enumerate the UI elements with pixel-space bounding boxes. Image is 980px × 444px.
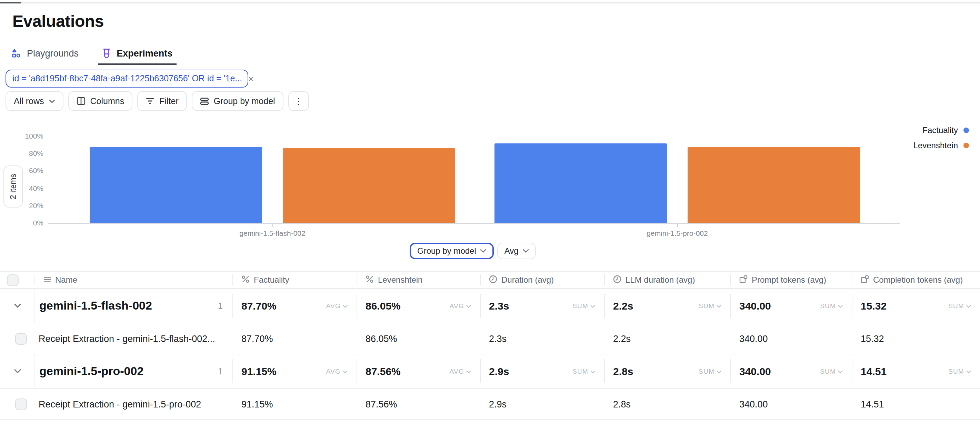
- aggregation-selector[interactable]: AVG: [450, 302, 471, 310]
- legend-dot-orange: [963, 143, 969, 148]
- aggregation-selector[interactable]: SUM: [820, 302, 843, 310]
- metric-value: 86.05%: [356, 333, 480, 344]
- caret-down-icon: [966, 302, 971, 310]
- caret-down-icon: [466, 368, 471, 375]
- metric-value: 340.00: [739, 365, 771, 377]
- metric-value: 2.3s: [489, 300, 509, 312]
- aggregation-select[interactable]: Avg: [498, 243, 536, 259]
- column-header-label: Duration (avg): [501, 275, 554, 285]
- aggregation-selector[interactable]: AVG: [326, 302, 348, 310]
- column-header-duration-avg-[interactable]: Duration (avg): [480, 272, 604, 288]
- y-axis-tick-label: 60%: [9, 167, 43, 175]
- caret-down-icon: [717, 302, 721, 310]
- experiment-name[interactable]: Receipt Extraction - gemini-1.5-pro-002: [35, 399, 232, 409]
- group-row[interactable]: gemini-1.5-pro-002191.15%AVG87.56%AVG2.9…: [0, 354, 980, 389]
- metric-value: 87.70%: [232, 333, 356, 344]
- legend-entry-factuality[interactable]: Factuality: [923, 126, 969, 135]
- aggregation-selector[interactable]: SUM: [948, 302, 971, 310]
- aggregation-selector[interactable]: SUM: [820, 368, 843, 375]
- expand-chevron-icon[interactable]: [13, 369, 21, 374]
- row-checkbox[interactable]: [15, 333, 27, 344]
- column-header-name[interactable]: Name: [35, 272, 232, 288]
- aggregation-selector[interactable]: SUM: [698, 302, 721, 310]
- column-header-prompt-tokens-avg-[interactable]: Prompt tokens (avg): [730, 272, 852, 288]
- x-axis-category-label: gemini-1.5-pro-002: [601, 229, 753, 237]
- row-checkbox[interactable]: [15, 398, 27, 410]
- caret-down-icon: [838, 368, 843, 375]
- metric-value: 91.15%: [232, 399, 356, 409]
- metric-value: 2.9s: [480, 399, 604, 409]
- table-header-row: NameFactualityLevenshteinDuration (avg)L…: [0, 271, 980, 289]
- y-axis-tick-label: 100%: [9, 132, 43, 140]
- metric-value: 14.51: [861, 365, 886, 377]
- x-axis-tick: [272, 223, 273, 227]
- bar-levenshtein-gemini-1.5-pro-002[interactable]: [687, 146, 860, 223]
- experiments-table: NameFactualityLevenshteinDuration (avg)L…: [0, 271, 980, 420]
- column-header-completion-tokens-avg-[interactable]: Completion tokens (avg): [852, 272, 980, 288]
- aggregation-selector[interactable]: SUM: [573, 302, 595, 310]
- column-header-label: LLM duration (avg): [625, 275, 695, 285]
- x-axis-category-label: gemini-1.5-flash-002: [197, 229, 348, 237]
- metric-value: 340.00: [739, 300, 771, 312]
- metric-value: 2.3s: [480, 333, 604, 344]
- group-count: 1: [218, 366, 232, 376]
- aggregation-selector[interactable]: AVG: [326, 368, 348, 375]
- metric-value: 340.00: [730, 333, 852, 344]
- drag-handle-icon: [43, 275, 51, 285]
- select-all-checkbox[interactable]: [7, 274, 19, 286]
- metric-value: 14.51: [852, 399, 980, 409]
- metric-value: 15.32: [861, 300, 886, 312]
- caret-down-icon: [966, 368, 971, 375]
- evaluations-page: Evaluations Playgrounds Experiments: [0, 0, 980, 444]
- column-header-label: Levenshtein: [378, 275, 422, 285]
- x-axis-line: [48, 223, 900, 224]
- percent-icon: [366, 275, 374, 285]
- caret-down-icon: [838, 302, 843, 310]
- bar-chart: 2 items Factuality Levenshtein 100%80%60…: [0, 0, 980, 276]
- column-header-label: Name: [55, 275, 77, 285]
- legend-entry-levenshtein[interactable]: Levenshtein: [913, 141, 969, 150]
- metric-value: 87.56%: [366, 365, 401, 377]
- metric-value: 2.8s: [613, 365, 633, 377]
- aggregation-select-label: Avg: [504, 246, 519, 256]
- y-axis-tick-label: 80%: [9, 149, 43, 157]
- expand-chevron-icon[interactable]: [13, 303, 21, 308]
- metric-value: 87.70%: [241, 300, 277, 312]
- column-header-label: Completion tokens (avg): [873, 275, 963, 285]
- metric-value: 340.00: [730, 399, 852, 409]
- group-row[interactable]: gemini-1.5-flash-002187.70%AVG86.05%AVG2…: [0, 289, 980, 323]
- metric-value: 2.8s: [604, 399, 730, 409]
- experiment-row[interactable]: Receipt Extraction - gemini-1.5-flash-00…: [0, 323, 980, 354]
- bar-factuality-gemini-1.5-pro-002[interactable]: [495, 143, 667, 223]
- chevron-down-icon: [523, 249, 529, 253]
- caret-down-icon: [343, 302, 348, 310]
- token-icon: [739, 275, 748, 285]
- x-axis-tick: [677, 223, 678, 227]
- y-axis-tick-label: 0%: [9, 218, 43, 227]
- group-by-select[interactable]: Group by model: [410, 243, 494, 259]
- aggregation-selector[interactable]: AVG: [450, 368, 471, 375]
- metric-value: 87.56%: [356, 399, 480, 409]
- token-icon: [861, 275, 869, 285]
- caret-down-icon: [466, 302, 471, 310]
- group-by-select-label: Group by model: [417, 246, 476, 256]
- aggregation-selector[interactable]: SUM: [573, 368, 595, 375]
- column-header-levenshtein[interactable]: Levenshtein: [356, 272, 480, 288]
- column-header-llm-duration-avg-[interactable]: LLM duration (avg): [604, 272, 730, 288]
- legend-dot-blue: [963, 127, 969, 133]
- clock-icon: [613, 275, 621, 285]
- caret-down-icon: [343, 368, 348, 375]
- aggregation-selector[interactable]: SUM: [698, 368, 721, 375]
- legend-label: Factuality: [923, 126, 958, 135]
- metric-value: 2.9s: [489, 365, 509, 377]
- bar-levenshtein-gemini-1.5-flash-002[interactable]: [283, 148, 455, 223]
- experiment-name[interactable]: Receipt Extraction - gemini-1.5-flash-00…: [35, 333, 232, 344]
- aggregation-selector[interactable]: SUM: [948, 368, 971, 375]
- bar-factuality-gemini-1.5-flash-002[interactable]: [90, 146, 262, 223]
- metric-value: 86.05%: [366, 300, 401, 312]
- clock-icon: [489, 275, 497, 285]
- column-header-factuality[interactable]: Factuality: [232, 272, 356, 288]
- experiment-row[interactable]: Receipt Extraction - gemini-1.5-pro-0029…: [0, 389, 980, 420]
- caret-down-icon: [590, 302, 595, 310]
- column-header-label: Factuality: [254, 275, 289, 285]
